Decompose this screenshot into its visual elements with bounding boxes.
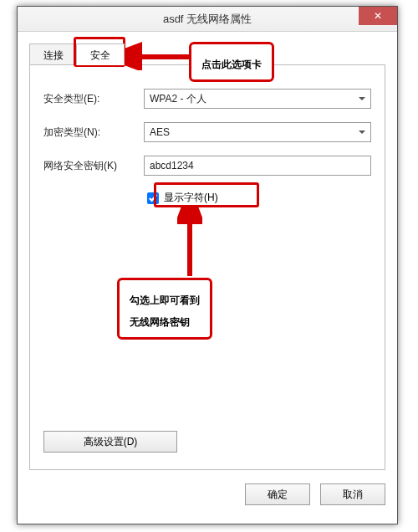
tab-panel-security: 安全类型(E): WPA2 - 个人 加密类型(N): AES 网络安全密钥(K… <box>29 64 385 470</box>
annotation-callout-tab-text: 点击此选项卡 <box>201 59 262 70</box>
cancel-button[interactable]: 取消 <box>320 483 385 505</box>
close-button[interactable]: ✕ <box>359 7 397 25</box>
close-icon: ✕ <box>374 10 382 22</box>
network-key-input[interactable]: abcd1234 <box>144 156 371 176</box>
annotation-callout-checkbox-line2: 无线网络密钥 <box>130 316 190 328</box>
window-title: asdf 无线网络属性 <box>163 12 252 27</box>
security-type-select[interactable]: WPA2 - 个人 <box>144 89 371 109</box>
annotation-callout-checkbox-line1: 勾选上即可看到 <box>130 294 200 306</box>
encryption-type-label: 加密类型(N): <box>43 125 144 140</box>
tab-connect[interactable]: 连接 <box>29 43 78 65</box>
ok-button[interactable]: 确定 <box>245 483 310 505</box>
dialog-window: asdf 无线网络属性 ✕ 连接 安全 安全类型(E): WPA2 - 个人 加… <box>17 6 398 524</box>
dialog-buttons: 确定 取消 <box>245 483 385 505</box>
show-chars-checkbox[interactable] <box>147 192 159 204</box>
tab-security[interactable]: 安全 <box>76 43 125 65</box>
encryption-type-select[interactable]: AES <box>144 122 371 142</box>
titlebar: asdf 无线网络属性 ✕ <box>18 7 397 32</box>
security-type-label: 安全类型(E): <box>43 92 144 106</box>
show-chars-label: 显示字符(H) <box>164 191 218 205</box>
annotation-callout-tab: 点击此选项卡 <box>189 42 274 82</box>
advanced-settings-button[interactable]: 高级设置(D) <box>43 431 177 453</box>
network-key-label: 网络安全密钥(K) <box>43 159 144 173</box>
annotation-callout-checkbox: 勾选上即可看到 无线网络密钥 <box>117 278 212 340</box>
show-chars-row: 显示字符(H) <box>144 189 222 207</box>
